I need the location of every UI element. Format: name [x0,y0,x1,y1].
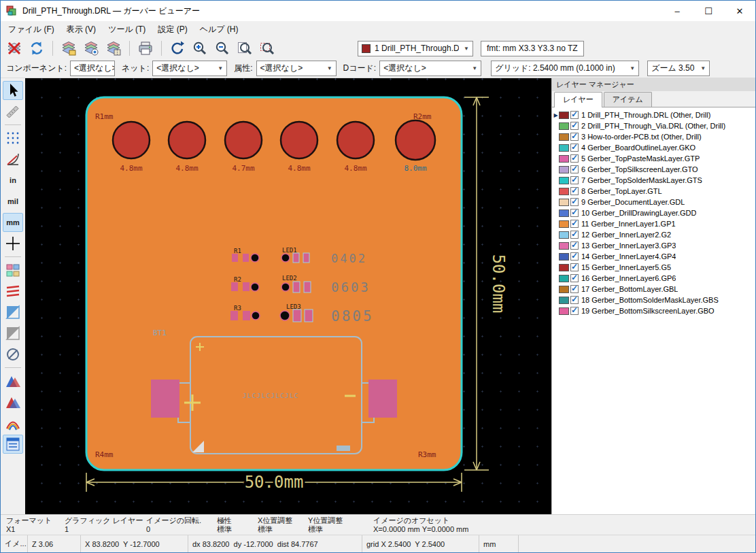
layer-visibility-checkbox[interactable] [570,122,579,130]
layer-color-swatch[interactable] [559,133,569,141]
layer-row[interactable]: 19 Gerber_BottomSilkscreenLayer.GBO [552,305,755,316]
layer-visibility-checkbox[interactable] [570,285,579,293]
menu-item[interactable]: ヘルプ (H) [194,21,245,38]
layer-visibility-checkbox[interactable] [570,111,579,119]
zoom-combo[interactable]: ズーム 3.50 ▼ [647,61,710,76]
title-bar[interactable]: Drill_PTH_Through.DRL — ガーバー ビューアー – ☐ ✕ [1,1,755,21]
layer-row[interactable]: 11 Gerber_InnerLayer1.GP1 [552,218,755,229]
gerber-canvas[interactable]: R1mm R2mm R4mm R3mm 4.8mm 4.8mm 4.7mm [25,78,551,514]
reload-all-layers-button[interactable] [27,39,47,58]
layer-row[interactable]: 7 Gerber_TopSolderMaskLayer.GTS [552,175,755,186]
attribute-combo[interactable]: <選択なし> ▼ [256,61,337,76]
layer-row[interactable]: 6 Gerber_TopSilkscreenLayer.GTO [552,164,755,175]
layer-row[interactable]: 10 Gerber_DrillDrawingLayer.GDD [552,207,755,218]
select-tool-button[interactable] [3,81,23,100]
layer-color-swatch[interactable] [559,122,569,130]
zoom-fit-button[interactable] [235,39,255,58]
tab-layers[interactable]: レイヤー [554,92,602,107]
layer-color-swatch[interactable] [559,220,569,228]
layer-visibility-checkbox[interactable] [570,176,579,184]
layer-color-swatch[interactable] [559,231,569,239]
zoom-out-button[interactable] [212,39,233,58]
cursor-shape-toggle-button[interactable] [3,234,23,253]
dcode-combo[interactable]: <選択なし> ▼ [379,61,481,76]
grid-combo[interactable]: グリッド: 2.5400 mm (0.1000 in) ▼ [491,61,639,76]
layer-color-swatch[interactable] [559,112,569,119]
layer-visibility-checkbox[interactable] [570,296,579,304]
menu-item[interactable]: ファイル (F) [2,21,61,38]
layer-visibility-checkbox[interactable] [570,187,579,195]
layer-color-swatch[interactable] [559,253,569,261]
menu-item[interactable]: 表示 (V) [61,21,102,38]
show-negatives-toggle-button[interactable] [3,282,23,301]
layer-color-swatch[interactable] [559,297,569,304]
units-mm-button[interactable]: mm [3,213,23,232]
layer-color-swatch[interactable] [559,264,569,271]
print-button[interactable] [135,39,156,58]
open-gerber-file-button[interactable] [58,39,79,58]
sketch-flashed-toggle-button[interactable] [3,324,23,343]
layer-color-swatch[interactable] [559,307,569,315]
layer-visibility-checkbox[interactable] [570,220,579,228]
layer-row[interactable]: 17 Gerber_BottomLayer.GBL [552,284,755,295]
show-dcodes-toggle-button[interactable] [3,261,23,280]
layer-row[interactable]: 1 Drill_PTH_Through.DRL (Other, Drill) [552,110,755,120]
tab-items[interactable]: アイテム [604,92,652,107]
layer-color-swatch[interactable] [559,242,569,250]
layer-row[interactable]: 4 Gerber_BoardOutlineLayer.GKO [552,142,755,153]
open-drill-file-button[interactable] [81,39,101,58]
active-layer-combo[interactable]: 1 Drill_PTH_Through.DRL (Other, Drill) ▼ [358,41,473,56]
layer-visibility-checkbox[interactable] [570,263,579,271]
layer-row[interactable]: 5 Gerber_TopPasteMaskLayer.GTP [552,153,755,164]
layer-visibility-checkbox[interactable] [570,154,579,163]
close-button[interactable]: ✕ [724,1,755,21]
layer-color-swatch[interactable] [559,188,569,195]
layer-visibility-checkbox[interactable] [570,252,579,261]
zoom-in-button[interactable] [190,39,210,58]
layer-color-swatch[interactable] [559,166,569,173]
open-zip-archive-button[interactable] [103,39,124,58]
layer-row[interactable]: 3 How-to-order-PCB.txt (Other, Drill) [552,131,755,142]
sketch-lines-toggle-button[interactable] [3,345,23,364]
layer-color-swatch[interactable] [559,177,569,184]
layer-row[interactable]: 12 Gerber_InnerLayer2.G2 [552,229,755,240]
layer-row[interactable]: 9 Gerber_DocumentLayer.GDL [552,197,755,207]
layer-row[interactable]: 16 Gerber_InnerLayer6.GP6 [552,273,755,284]
zoom-selection-button[interactable] [257,39,277,58]
layer-color-swatch[interactable] [559,275,569,282]
clear-all-layers-button[interactable] [4,39,24,58]
layer-color-swatch[interactable] [559,155,569,163]
layer-visibility-checkbox[interactable] [570,133,579,141]
diff-mode-toggle-button[interactable] [3,371,23,390]
high-contrast-toggle-button[interactable] [3,414,23,433]
layer-row[interactable]: 18 Gerber_BottomSolderMaskLayer.GBS [552,295,755,305]
layer-manager-toggle-button[interactable] [3,435,23,454]
layer-color-swatch[interactable] [559,286,569,293]
measure-tool-button[interactable] [3,102,23,121]
component-combo[interactable]: <選択なし> ▼ [70,61,115,76]
layer-color-swatch[interactable] [559,210,569,217]
grid-toggle-button[interactable] [3,129,23,148]
xor-mode-toggle-button[interactable] [3,392,23,412]
redraw-view-button[interactable] [167,39,188,58]
layer-row[interactable]: 14 Gerber_InnerLayer4.GP4 [552,251,755,262]
layer-visibility-checkbox[interactable] [570,307,579,315]
layer-visibility-checkbox[interactable] [570,231,579,239]
sketch-polygons-toggle-button[interactable] [3,303,23,322]
layer-visibility-checkbox[interactable] [570,241,579,250]
layer-row[interactable]: 15 Gerber_InnerLayer5.G5 [552,262,755,273]
layer-visibility-checkbox[interactable] [570,144,579,152]
layer-row[interactable]: 8 Gerber_TopLayer.GTL [552,186,755,197]
menu-item[interactable]: 設定 (P) [152,21,193,38]
minimize-button[interactable]: – [662,1,693,21]
layer-color-swatch[interactable] [559,199,569,206]
layer-row[interactable]: 13 Gerber_InnerLayer3.GP3 [552,240,755,251]
layer-row[interactable]: 2 Drill_PTH_Through_Via.DRL (Other, Dril… [552,120,755,131]
menu-item[interactable]: ツール (T) [102,21,152,38]
units-inches-button[interactable]: in [3,171,23,190]
layer-color-swatch[interactable] [559,144,569,152]
layer-visibility-checkbox[interactable] [570,198,579,206]
layer-visibility-checkbox[interactable] [570,274,579,282]
layer-visibility-checkbox[interactable] [570,165,579,173]
units-mils-button[interactable]: mil [3,192,23,211]
